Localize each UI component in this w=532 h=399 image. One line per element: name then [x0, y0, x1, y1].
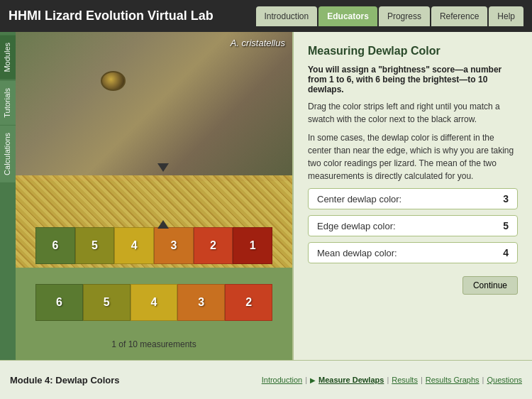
- top-color-strip[interactable]: 654321: [16, 227, 292, 264]
- bottom-strip-cell[interactable]: 4: [131, 284, 178, 321]
- arrow-up-icon: [157, 220, 169, 229]
- bottom-strip-cell[interactable]: 2: [225, 284, 272, 321]
- center-dewlap-value: 3: [503, 193, 509, 204]
- edge-dewlap-row: Edge dewlap color: 5: [308, 215, 518, 236]
- footer-sep-4: |: [482, 376, 484, 384]
- top-strip[interactable]: 654321: [35, 227, 272, 264]
- mean-dewlap-value: 4: [503, 247, 509, 258]
- footer-nav-results-graphs: Results Graphs: [426, 376, 480, 384]
- footer: Module 4: Dewlap Colors Introduction | ▶…: [0, 360, 532, 399]
- panel-title: Measuring Dewlap Color: [308, 45, 518, 58]
- top-strip-cell[interactable]: 1: [233, 227, 272, 264]
- tab-help[interactable]: Help: [489, 6, 523, 26]
- right-panel: Measuring Dewlap Color You will assign a…: [292, 32, 532, 360]
- edge-dewlap-value: 5: [503, 220, 509, 231]
- species-label: A. cristatellus: [231, 38, 285, 48]
- footer-nav-introduction[interactable]: Introduction: [262, 376, 302, 384]
- measurement-counter: 1 of 10 measurements: [16, 339, 292, 349]
- top-strip-cell[interactable]: 6: [35, 227, 75, 264]
- footer-sep-2: |: [387, 376, 389, 384]
- module-label: Module 4: Dewlap Colors: [10, 375, 120, 386]
- bottom-strip-cell[interactable]: 5: [83, 284, 131, 321]
- footer-nav-results: Results: [392, 376, 418, 384]
- bottom-color-strip[interactable]: 65432: [16, 284, 292, 321]
- footer-nav-questions: Questions: [487, 376, 522, 384]
- continue-button[interactable]: Continue: [462, 276, 518, 295]
- footer-nav: Introduction | ▶ Measure Dewlaps | Resul…: [262, 376, 522, 384]
- bottom-strip[interactable]: 65432: [35, 284, 272, 321]
- sidebar-item-modules[interactable]: Modules: [0, 35, 16, 80]
- bottom-strip-cell[interactable]: 3: [177, 284, 225, 321]
- tab-educators[interactable]: Educators: [318, 6, 377, 26]
- mean-dewlap-row: Mean dewlap color: 4: [308, 242, 518, 263]
- top-strip-cell[interactable]: 2: [194, 227, 233, 264]
- sidebar-item-tutorials[interactable]: Tutorials: [0, 81, 16, 125]
- tab-introduction[interactable]: Introduction: [256, 6, 318, 26]
- header: HHMI Lizard Evolution Virtual Lab Introd…: [0, 0, 532, 32]
- top-strip-cell[interactable]: 5: [75, 227, 115, 264]
- center-dewlap-label: Center dewlap color:: [317, 194, 503, 204]
- sidebar-item-calculations[interactable]: Calculations: [0, 126, 16, 182]
- app-title: HHMI Lizard Evolution Virtual Lab: [9, 9, 256, 23]
- lizard-image: [16, 32, 292, 181]
- drag-instruction: Drag the color strips left and right unt…: [308, 100, 518, 126]
- footer-sep-1: |: [305, 376, 307, 384]
- lizard-eye: [101, 71, 126, 91]
- tab-reference[interactable]: Reference: [431, 6, 487, 26]
- center-dewlap-row: Center dewlap color: 3: [308, 188, 518, 209]
- note-text: In some cases, the dewlap color is diffe…: [308, 131, 518, 182]
- top-strip-cell[interactable]: 4: [114, 227, 154, 264]
- tab-progress[interactable]: Progress: [379, 6, 430, 26]
- play-icon: ▶: [310, 376, 316, 384]
- main-content: Modules Tutorials Calculations A. crista…: [0, 32, 532, 360]
- sidebar: Modules Tutorials Calculations: [0, 32, 16, 360]
- mean-dewlap-label: Mean dewlap color:: [317, 248, 503, 258]
- footer-sep-3: |: [421, 376, 423, 384]
- top-strip-cell[interactable]: 3: [154, 227, 194, 264]
- arrow-down-icon: [157, 163, 169, 172]
- image-area: A. cristatellus 654321 65432 1 of 10 mea…: [16, 32, 292, 360]
- edge-dewlap-label: Edge dewlap color:: [317, 221, 503, 231]
- intro-bold: You will assign a "brightness" score—a n…: [308, 65, 518, 94]
- footer-nav-measure[interactable]: Measure Dewlaps: [318, 376, 384, 384]
- nav-tabs: Introduction Educators Progress Referenc…: [256, 6, 524, 26]
- bottom-strip-cell[interactable]: 6: [35, 284, 83, 321]
